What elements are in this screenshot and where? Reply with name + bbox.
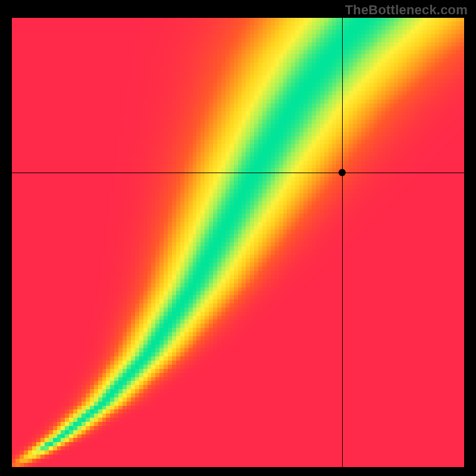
plot-area bbox=[12, 18, 464, 467]
chart-frame: TheBottleneck.com bbox=[0, 0, 476, 476]
heatmap-canvas bbox=[12, 18, 464, 467]
watermark-text: TheBottleneck.com bbox=[345, 2, 468, 18]
